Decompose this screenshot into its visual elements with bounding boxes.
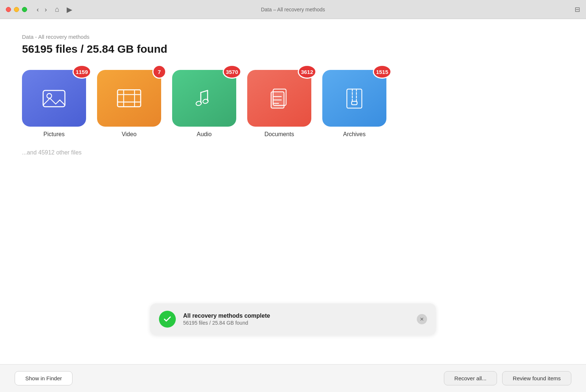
badge-documents: 3612 (298, 65, 316, 79)
back-button[interactable]: ‹ (34, 5, 41, 14)
close-traffic-light[interactable] (6, 7, 11, 12)
success-icon (159, 311, 176, 328)
card-archives-wrapper: 1515 Archives (322, 70, 386, 138)
svg-rect-20 (352, 101, 357, 105)
card-documents-label: Documents (264, 131, 294, 138)
svg-point-11 (203, 99, 209, 104)
page-title: 56195 files / 25.84 GB found (22, 43, 564, 55)
nav-buttons: ‹ › (34, 5, 49, 14)
minimize-traffic-light[interactable] (14, 7, 19, 12)
card-pictures-wrapper: 1159 Pictures (22, 70, 86, 138)
card-documents[interactable]: 3612 (247, 70, 311, 127)
forward-button[interactable]: › (42, 5, 49, 14)
titlebar-title: Data – All recovery methods (261, 7, 325, 12)
svg-rect-2 (118, 90, 141, 107)
card-video[interactable]: 7 (97, 70, 161, 127)
breadcrumb: Data - All recovery methods (22, 34, 564, 40)
video-icon (115, 86, 144, 111)
traffic-lights (6, 7, 27, 12)
documents-icon (265, 86, 294, 111)
notification-title: All recovery methods complete (183, 313, 409, 319)
badge-video: 7 (152, 65, 166, 79)
badge-pictures: 1159 (73, 65, 91, 79)
card-archives[interactable]: 1515 (322, 70, 386, 127)
card-audio-wrapper: 3570 Audio (172, 70, 236, 138)
main-content: Data - All recovery methods 56195 files … (0, 19, 586, 364)
other-files-label: ...and 45912 other files (22, 149, 564, 156)
card-audio-label: Audio (197, 131, 212, 138)
titlebar: ‹ › ⌂ ▶ Data – All recovery methods ⊟ (0, 0, 586, 19)
badge-audio: 3570 (223, 65, 241, 79)
archives-icon (340, 86, 369, 111)
cards-row: 1159 Pictures 7 (22, 70, 564, 138)
badge-archives: 1515 (373, 65, 392, 79)
card-pictures-label: Pictures (44, 131, 65, 138)
review-found-items-button[interactable]: Review found items (502, 371, 571, 385)
home-icon[interactable]: ⌂ (55, 5, 59, 14)
audio-icon (190, 86, 219, 111)
svg-point-10 (196, 101, 202, 106)
card-video-label: Video (122, 131, 137, 138)
footer-right: Recover all... Review found items (444, 371, 571, 385)
recover-all-button[interactable]: Recover all... (444, 371, 497, 385)
footer-left: Show in Finder (15, 371, 444, 385)
card-pictures[interactable]: 1159 (22, 70, 86, 127)
show-in-finder-button[interactable]: Show in Finder (15, 371, 73, 385)
fullscreen-traffic-light[interactable] (22, 7, 27, 12)
notification-banner: All recovery methods complete 56195 file… (150, 303, 436, 335)
card-video-wrapper: 7 Video (97, 70, 161, 138)
notification-text: All recovery methods complete 56195 file… (183, 313, 409, 326)
notification-subtitle: 56195 files / 25.84 GB found (183, 320, 409, 326)
card-audio[interactable]: 3570 (172, 70, 236, 127)
svg-rect-17 (347, 89, 362, 108)
svg-line-9 (201, 90, 208, 93)
sidebar-toggle-icon[interactable]: ⊟ (575, 5, 580, 14)
svg-point-1 (47, 94, 52, 98)
card-archives-label: Archives (343, 131, 366, 138)
card-documents-wrapper: 3612 Documents (247, 70, 311, 138)
footer: Show in Finder Recover all... Review fou… (0, 364, 586, 392)
svg-rect-0 (43, 90, 65, 107)
pictures-icon (40, 86, 69, 111)
play-icon[interactable]: ▶ (67, 5, 72, 14)
notification-close-button[interactable]: ✕ (417, 314, 427, 324)
titlebar-icons: ⌂ ▶ (55, 5, 72, 14)
